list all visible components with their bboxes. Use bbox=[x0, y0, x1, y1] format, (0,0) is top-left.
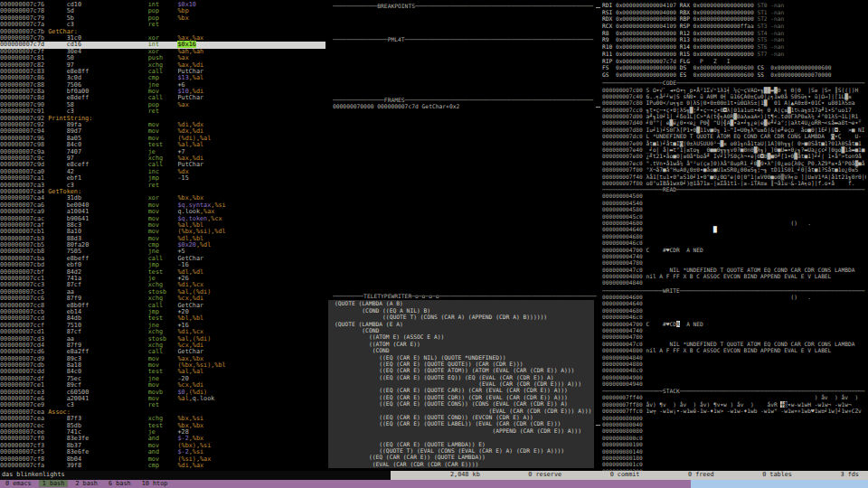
breakpoints-header: ─────────────BREAKPOINTS────────────────… bbox=[333, 3, 597, 9]
scrollbar-tick bbox=[596, 7, 600, 8]
status-item: 0 tables bbox=[762, 471, 792, 480]
write-header: ──────────────────WRITE─────────────────… bbox=[602, 287, 866, 294]
tmux-window-tab[interactable]: 1 bash bbox=[39, 480, 69, 487]
pml4t-header: ────────────────PML4T───────────────────… bbox=[333, 36, 597, 42]
status-item: 0 freed bbox=[688, 471, 714, 480]
register-row: FS 0x0000000000000000 DS 0x0000000000000… bbox=[602, 64, 866, 71]
write-memory-panel[interactable]: 000000004600 () .000000004640 0000000046… bbox=[602, 294, 866, 387]
register-row: R10 0x0000000000000000 R14 0x00000000000… bbox=[602, 43, 866, 51]
register-row: RDX 0x0000000000000000 RBP 0x00000000000… bbox=[602, 15, 866, 23]
register-row: RSI 0x0000000000004000 RBX 0x00000000000… bbox=[602, 9, 866, 16]
tmux-window-tab[interactable]: 0 emacs bbox=[2, 480, 35, 487]
tmux-session-info: nightmare | 0.75 0.36 0.18 | Mon 5:59 pm bbox=[691, 480, 868, 488]
scrollbar-tick bbox=[596, 107, 600, 108]
register-row: GS 0x0000000000000000 ES 0x0000000000000… bbox=[602, 71, 866, 79]
scrollbar-tick bbox=[596, 425, 600, 426]
disassembly-panel[interactable]: 000000007c76 cd10 int $0x10000000007c78 … bbox=[0, 2, 326, 469]
register-row: RCX 0x0000000000004109 RSP 0x00000000000… bbox=[602, 23, 866, 30]
tmux-window-tab[interactable]: 6 bash bbox=[105, 480, 135, 487]
register-row: R9 0x0000000000000000 R13 0x000000000000… bbox=[602, 36, 866, 43]
teletypewriter-panel[interactable]: (QUOTE (LAMBDA (A B) (COND ((EQ A NIL) B… bbox=[328, 300, 594, 468]
register-row: R11 0x0000000000000000 R15 0x00000000000… bbox=[602, 51, 866, 58]
status-item: 0 commit bbox=[610, 471, 640, 480]
teletypewriter-header: ─────────TELETYPEWRITER─o─o─o─o─────────… bbox=[333, 293, 597, 299]
code-header: ──────────────────CODE──────────────────… bbox=[602, 80, 866, 86]
frames-header: ───────────────FRAMES───────────────────… bbox=[333, 97, 597, 103]
code-memory-panel[interactable]: 000000007c00 S Ω▾√` ◄▾Ω▾┐ p∙Å²1Σ√ⁿ1λ1╡ ¼… bbox=[602, 87, 866, 187]
register-row: RDI 0x0000000000004107 RAX 0x00000000000… bbox=[602, 2, 866, 9]
read-header: ──────────────────READ──────────────────… bbox=[602, 186, 866, 192]
tmux-status-bar: 0 emacs 1 bash 2 bash 6 bash 10 htop nig… bbox=[0, 480, 868, 488]
register-row: R8 0x0000000000000000 R12 0x000000000000… bbox=[602, 30, 866, 37]
tmux-window-tab[interactable]: 10 htop bbox=[138, 480, 172, 487]
stack-header: ──────────────────STACK─────────────────… bbox=[602, 388, 866, 394]
read-memory-panel[interactable]: 000000004500 000000004540 000000004580 0… bbox=[602, 192, 866, 286]
tmux-window-list: 0 emacs 1 bash 2 bash 6 bash 10 htop bbox=[0, 480, 691, 488]
disasm-row: 000000007cfa 39f8 cmp %di,%ax bbox=[0, 463, 326, 469]
memory-stats: 2,048 kb0 reserve0 commit0 freed0 tables… bbox=[391, 471, 868, 480]
status-item: 0 reserve bbox=[528, 471, 561, 480]
registers-panel[interactable]: RDI 0x0000000000004107 RAX 0x00000000000… bbox=[602, 2, 866, 79]
status-bar: das blinkenlights 2,048 kb0 reserve0 com… bbox=[0, 471, 868, 480]
status-item: 2,048 kb bbox=[450, 471, 480, 480]
blinkenlights-screen: 000000007c76 cd10 int $0x10000000007c78 … bbox=[0, 0, 868, 488]
frame-entry[interactable]: 000000070000 000000007c7d GetChar+0x2 bbox=[333, 103, 597, 109]
app-title: das blinkenlights bbox=[0, 471, 391, 480]
register-row: RIP 0x0000000000007c7d FLG P Z I bbox=[602, 58, 866, 65]
tmux-window-tab[interactable]: 2 bash bbox=[71, 480, 101, 487]
status-item: 3 fds bbox=[840, 471, 858, 480]
stack-memory-panel[interactable]: 00000007ff40 ) åv ) åv )00000007ff80 åv)… bbox=[602, 394, 866, 474]
